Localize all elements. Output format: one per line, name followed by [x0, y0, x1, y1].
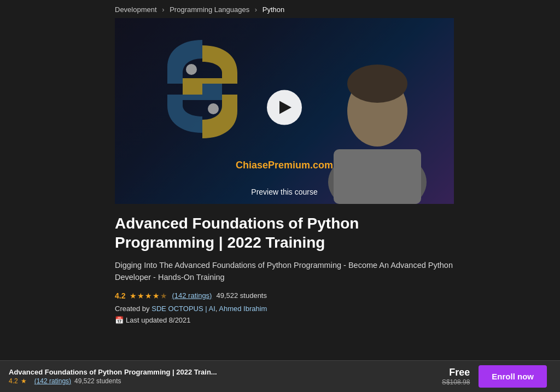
breadcrumb-programming-languages[interactable]: Programming Languages: [170, 5, 249, 14]
last-updated: 📅 Last updated 8/2021: [115, 316, 549, 324]
play-icon: [279, 101, 291, 114]
rating-row: 4.2 ★ ★ ★ ★ ★ (142 ratings) 49,522 stude…: [115, 291, 549, 300]
star-3: ★: [145, 291, 152, 300]
sticky-original-price: S$108.98: [442, 378, 470, 386]
instructor-2-link[interactable]: Ahmed Ibrahim: [219, 305, 267, 313]
instructor-1-link[interactable]: SDE OCTOPUS | AI: [151, 305, 215, 313]
star-rating: ★ ★ ★ ★ ★: [130, 291, 167, 300]
breadcrumb: Development › Programming Languages › Py…: [0, 0, 560, 18]
course-subtitle: Digging Into The Advanced Foundations of…: [115, 260, 454, 284]
star-1: ★: [130, 291, 137, 300]
enroll-button[interactable]: Enroll now: [479, 365, 547, 388]
sticky-rating: 4.2 ★: [9, 377, 27, 385]
left-panel: ChiasePremium.com Preview this course Ad…: [115, 18, 560, 324]
breadcrumb-development[interactable]: Development: [115, 5, 157, 14]
star-4: ★: [153, 291, 160, 300]
course-title: Advanced Foundations of Python Programmi…: [115, 214, 454, 252]
star-5-half: ★: [160, 291, 167, 300]
star-2: ★: [137, 291, 144, 300]
sticky-price-area: Free S$108.98: [442, 367, 470, 386]
students-count: 49,522 students: [216, 291, 267, 300]
created-by: Created by SDE OCTOPUS | AI, Ahmed Ibrah…: [115, 305, 549, 313]
sticky-bar: Advanced Foundations of Python Programmi…: [0, 360, 560, 392]
calendar-icon: 📅: [115, 316, 124, 324]
rating-number: 4.2: [115, 291, 125, 300]
main-content: ChiasePremium.com Preview this course Ad…: [0, 18, 560, 324]
preview-label: Preview this course: [251, 188, 317, 196]
course-info: Advanced Foundations of Python Programmi…: [115, 204, 549, 324]
sticky-ratings-link[interactable]: (142 ratings): [34, 377, 71, 385]
sticky-students: 49,522 students: [74, 377, 121, 385]
last-updated-text: Last updated 8/2021: [126, 316, 191, 324]
watermark: ChiasePremium.com: [236, 160, 333, 171]
breadcrumb-separator-1: ›: [162, 5, 164, 14]
sticky-price-free: Free: [449, 367, 470, 378]
breadcrumb-python: Python: [262, 5, 284, 14]
video-preview[interactable]: ChiasePremium.com Preview this course: [115, 18, 454, 204]
ratings-link[interactable]: (142 ratings): [172, 291, 212, 300]
sticky-title: Advanced Foundations of Python Programmi…: [9, 368, 238, 376]
sticky-rating-number: 4.2: [9, 377, 18, 385]
sticky-star: ★: [21, 377, 27, 385]
breadcrumb-separator-2: ›: [255, 5, 257, 14]
play-button[interactable]: [267, 90, 302, 125]
created-by-label: Created by: [115, 305, 150, 313]
